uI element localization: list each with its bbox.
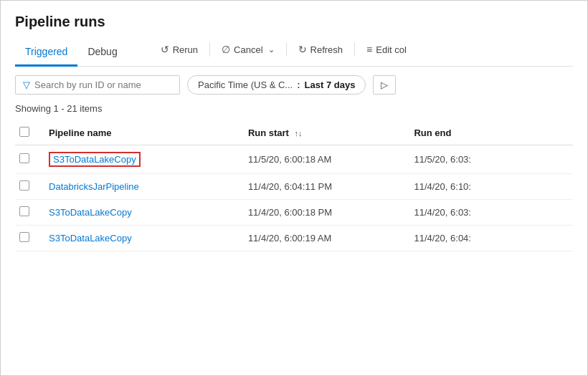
row-4-run-end: 11/4/20, 6:04: — [407, 226, 573, 251]
table-row: S3ToDataLakeCopy 11/4/20, 6:00:18 PM 11/… — [15, 200, 573, 226]
header-run-end: Run end — [407, 121, 573, 145]
row-4-pipeline-name-cell: S3ToDataLakeCopy — [42, 226, 241, 251]
header-pipeline-name: Pipeline name — [42, 121, 241, 145]
page-title: Pipeline runs — [15, 14, 573, 30]
refresh-button[interactable]: ↻ Refresh — [291, 40, 351, 59]
pipeline-runs-table: Pipeline name Run start ↑↓ Run end S3ToD… — [15, 121, 573, 251]
refresh-icon: ↻ — [298, 44, 307, 55]
rerun-icon: ↺ — [161, 44, 169, 55]
time-filter[interactable]: Pacific Time (US & C... : Last 7 days — [187, 75, 366, 95]
header-checkbox-col — [15, 121, 42, 145]
row-4-pipeline-link[interactable]: S3ToDataLakeCopy — [49, 233, 132, 244]
search-box[interactable]: ▽ — [15, 75, 180, 95]
row-1-run-end: 11/5/20, 6:03: — [407, 145, 573, 174]
row-1-pipeline-link[interactable]: S3ToDataLakeCopy — [49, 152, 141, 167]
row-3-checkbox[interactable] — [19, 206, 29, 216]
sort-icon-run-start[interactable]: ↑↓ — [295, 129, 303, 138]
row-2-checkbox-cell — [15, 174, 42, 200]
tab-debug[interactable]: Debug — [77, 40, 127, 67]
row-3-run-end: 11/4/20, 6:03: — [407, 200, 573, 226]
table-row: S3ToDataLakeCopy 11/4/20, 6:00:19 AM 11/… — [15, 226, 573, 251]
toolbar-actions: ↺ Rerun ∅ Cancel ↻ Refresh ≡ Edit col — [153, 40, 414, 66]
row-2-run-start: 11/4/20, 6:04:11 PM — [241, 174, 407, 200]
row-1-checkbox[interactable] — [19, 153, 29, 163]
search-input[interactable] — [34, 79, 172, 90]
row-4-checkbox[interactable] — [19, 232, 29, 242]
tab-triggered[interactable]: Triggered — [15, 40, 77, 67]
header-run-start: Run start ↑↓ — [241, 121, 407, 145]
divider-2 — [286, 42, 287, 57]
timezone-label: Pacific Time (US & C... — [198, 79, 293, 90]
extra-filter-icon: ▷ — [381, 79, 388, 90]
row-2-pipeline-link[interactable]: DatabricksJarPipeline — [49, 181, 139, 192]
toolbar: Triggered Debug ↺ Rerun ∅ Cancel ↻ Refre… — [15, 40, 573, 67]
extra-filter-button[interactable]: ▷ — [373, 75, 396, 95]
edit-columns-icon: ≡ — [366, 44, 372, 55]
cancel-button[interactable]: ∅ Cancel — [214, 40, 281, 59]
row-3-checkbox-cell — [15, 200, 42, 226]
divider-3 — [354, 42, 355, 57]
table-row: S3ToDataLakeCopy 11/5/20, 6:00:18 AM 11/… — [15, 145, 573, 174]
row-2-run-end: 11/4/20, 6:10: — [407, 174, 573, 200]
row-4-run-start: 11/4/20, 6:00:19 AM — [241, 226, 407, 251]
row-3-pipeline-link[interactable]: S3ToDataLakeCopy — [49, 207, 132, 218]
divider-1 — [209, 42, 210, 57]
row-2-pipeline-name-cell: DatabricksJarPipeline — [42, 174, 241, 200]
filter-row: ▽ Pacific Time (US & C... : Last 7 days … — [15, 75, 573, 95]
row-2-checkbox[interactable] — [19, 180, 29, 191]
table-row: DatabricksJarPipeline 11/4/20, 6:04:11 P… — [15, 174, 573, 200]
row-1-pipeline-name-cell: S3ToDataLakeCopy — [42, 145, 241, 174]
edit-columns-button[interactable]: ≡ Edit col — [359, 40, 414, 59]
table-body: S3ToDataLakeCopy 11/5/20, 6:00:18 AM 11/… — [15, 145, 573, 251]
rerun-button[interactable]: ↺ Rerun — [153, 40, 205, 59]
row-3-pipeline-name-cell: S3ToDataLakeCopy — [42, 200, 241, 226]
row-3-run-start: 11/4/20, 6:00:18 PM — [241, 200, 407, 226]
table-header-row: Pipeline name Run start ↑↓ Run end — [15, 121, 573, 145]
row-1-run-start: 11/5/20, 6:00:18 AM — [241, 145, 407, 174]
time-range-label: Last 7 days — [305, 79, 356, 90]
row-1-checkbox-cell — [15, 145, 42, 174]
page-container: Pipeline runs Triggered Debug ↺ Rerun ∅ … — [1, 1, 587, 375]
header-checkbox[interactable] — [19, 127, 29, 137]
items-count: Showing 1 - 21 items — [15, 103, 573, 114]
row-4-checkbox-cell — [15, 226, 42, 251]
filter-icon: ▽ — [23, 79, 30, 90]
cancel-icon: ∅ — [222, 44, 230, 55]
